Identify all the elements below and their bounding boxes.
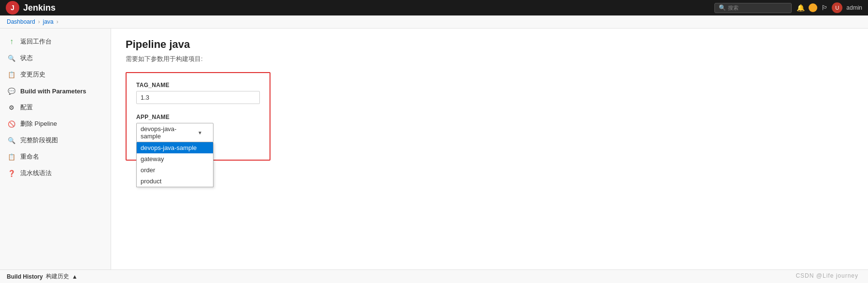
top-header: J Jenkins 🔍 搜索 🔔 🏳 U admin	[0, 0, 868, 15]
app-name-select[interactable]: devops-java-sample ▼	[136, 123, 213, 142]
full-stage-icon: 🔍	[7, 135, 16, 145]
back-icon: ↑	[7, 37, 16, 46]
page-title: Pipeline java	[126, 38, 854, 51]
app-name-selected-value: devops-java-sample	[141, 125, 195, 140]
dropdown-item-order[interactable]: order	[137, 164, 213, 176]
app-name-group: APP_NAME devops-java-sample ▼ devops-jav…	[136, 114, 260, 142]
app-name-select-wrapper: devops-java-sample ▼ devops-java-sample …	[136, 123, 213, 142]
tag-name-label: TAG_NAME	[136, 82, 260, 89]
sidebar: ↑ 返回工作台 🔍 状态 📋 变更历史 💬 Build with Paramet…	[0, 29, 111, 282]
jenkins-logo-icon: J	[6, 1, 19, 15]
sidebar-item-status[interactable]: 🔍 状态	[0, 50, 111, 66]
jenkins-logo: J Jenkins	[6, 1, 56, 15]
circle-icon[interactable]	[809, 3, 817, 12]
sidebar-item-build-with-params[interactable]: 💬 Build with Parameters	[0, 83, 111, 99]
sidebar-item-label-build-params: Build with Parameters	[20, 88, 86, 95]
sidebar-item-changes[interactable]: 📋 变更历史	[0, 66, 111, 83]
params-box: TAG_NAME APP_NAME devops-java-sample ▼ d…	[126, 72, 270, 161]
sidebar-item-label-status: 状态	[20, 54, 33, 62]
main-content: Pipeline java 需要如下参数用于构建项目: TAG_NAME APP…	[111, 29, 868, 282]
chevron-up-icon[interactable]: ▲	[72, 273, 78, 280]
sidebar-item-back[interactable]: ↑ 返回工作台	[0, 33, 111, 50]
sidebar-item-label-pipeline-syntax: 流水线语法	[20, 169, 52, 178]
page-subtitle: 需要如下参数用于构建项目:	[126, 55, 854, 63]
sidebar-item-label-full-stage: 完整阶段视图	[20, 136, 58, 145]
sidebar-item-delete[interactable]: 🚫 删除 Pipeline	[0, 116, 111, 132]
search-box[interactable]: 🔍 搜索	[714, 3, 792, 13]
sidebar-item-label-config: 配置	[20, 103, 33, 112]
tag-name-group: TAG_NAME	[136, 82, 260, 111]
dropdown-item-devops[interactable]: devops-java-sample	[137, 142, 213, 153]
sidebar-item-full-stage[interactable]: 🔍 完整阶段视图	[0, 132, 111, 149]
flag-icon[interactable]: 🏳	[821, 4, 828, 12]
delete-icon: 🚫	[7, 119, 16, 129]
breadcrumb-java[interactable]: java	[43, 18, 54, 25]
app-name-dropdown: devops-java-sample gateway order product	[136, 142, 213, 187]
search-placeholder: 搜索	[728, 4, 739, 12]
chevron-down-icon: ▼	[198, 130, 202, 135]
header-icons: 🔔 🏳 U admin	[797, 2, 862, 13]
changes-icon: 📋	[7, 70, 16, 79]
dropdown-item-product[interactable]: product	[137, 176, 213, 187]
tag-name-input[interactable]	[136, 91, 260, 104]
bell-icon[interactable]: 🔔	[797, 4, 805, 12]
main-layout: ↑ 返回工作台 🔍 状态 📋 变更历史 💬 Build with Paramet…	[0, 29, 868, 282]
history-chinese-label: 构建历史	[46, 272, 69, 281]
app-name-label: APP_NAME	[136, 114, 260, 120]
breadcrumb-sep-1: ›	[38, 18, 40, 25]
watermark: CSDN @Life journey	[796, 272, 858, 279]
pipeline-syntax-icon: ❓	[7, 168, 16, 178]
breadcrumb: Dashboard › java ›	[0, 15, 868, 29]
breadcrumb-dashboard[interactable]: Dashboard	[7, 18, 35, 25]
rename-icon: 📋	[7, 152, 16, 162]
sidebar-item-label-changes: 变更历史	[20, 70, 45, 79]
username-label: admin	[846, 4, 862, 11]
bottom-bar: Build History 构建历史 ▲	[0, 269, 868, 283]
sidebar-item-label-rename: 重命名	[20, 152, 39, 161]
build-history-label: Build History	[7, 273, 43, 280]
sidebar-item-rename[interactable]: 📋 重命名	[0, 149, 111, 165]
status-icon: 🔍	[7, 53, 16, 63]
sidebar-item-label-back: 返回工作台	[20, 37, 52, 46]
dropdown-item-gateway[interactable]: gateway	[137, 153, 213, 164]
config-icon: ⚙	[7, 103, 16, 112]
sidebar-item-pipeline-syntax[interactable]: ❓ 流水线语法	[0, 165, 111, 181]
build-params-icon: 💬	[7, 86, 16, 96]
sidebar-item-label-delete: 删除 Pipeline	[20, 119, 57, 128]
breadcrumb-sep-2: ›	[57, 18, 58, 25]
search-icon: 🔍	[719, 4, 726, 11]
sidebar-item-config[interactable]: ⚙ 配置	[0, 99, 111, 116]
user-icon[interactable]: U	[832, 2, 842, 13]
header-right: 🔍 搜索 🔔 🏳 U admin	[714, 2, 862, 13]
jenkins-title: Jenkins	[23, 3, 56, 13]
